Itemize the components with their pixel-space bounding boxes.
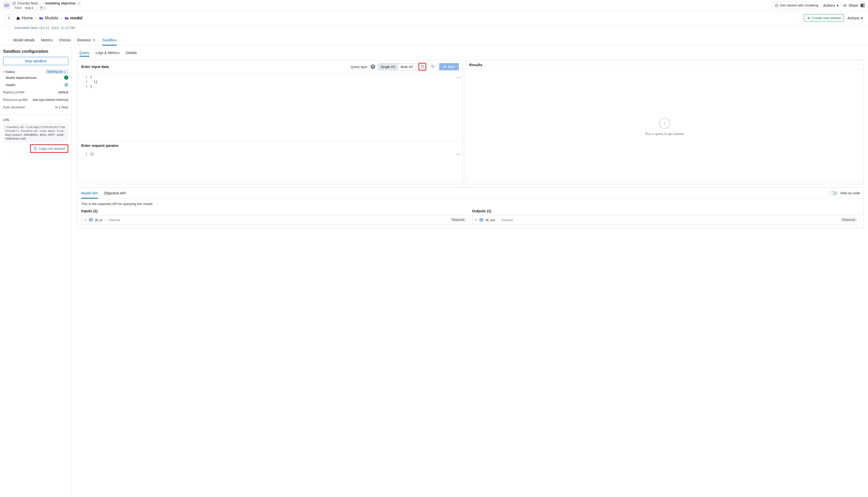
api-description: This is the expected API for querying th… <box>78 199 864 209</box>
tab-model-details[interactable]: Model details <box>13 35 35 45</box>
tab-reviews[interactable]: Reviews0 <box>77 35 96 45</box>
api-tab-objective[interactable]: Objective API <box>104 187 126 199</box>
breadcrumb-page[interactable]: modeling objective <box>45 1 75 5</box>
results-empty-text: Run a query to get started <box>645 132 684 136</box>
star-icon[interactable] <box>77 2 81 5</box>
spinner-icon <box>63 70 66 73</box>
view-as-code-label: View as code <box>840 191 860 195</box>
clipboard-icon <box>421 65 424 69</box>
svg-rect-17 <box>422 66 423 68</box>
svg-rect-6 <box>40 7 43 10</box>
svg-rect-12 <box>860 4 863 7</box>
reset-input-button[interactable] <box>429 63 437 71</box>
svg-text:?: ? <box>776 4 777 7</box>
svg-point-19 <box>664 122 665 122</box>
tab-sandbox[interactable]: Sandbox <box>102 35 116 45</box>
chevron-right-icon: › <box>61 16 62 20</box>
status-chip: Starting up <box>45 69 68 74</box>
chevron-down-icon: ▼ <box>475 218 478 221</box>
submitted-timestamp: Submitted Wed, Oct 11, 2023, 12:13 PM <box>0 26 89 30</box>
dataset-icon <box>89 218 93 222</box>
svg-point-11 <box>845 4 846 5</box>
input-item[interactable]: ▼ df_in • Dataset Required <box>81 215 469 225</box>
tab-metrics[interactable]: Metrics <box>41 35 53 45</box>
query-type-toggle[interactable]: Single I/O Multi I/O <box>378 63 416 70</box>
breadcrumb-models[interactable]: Models <box>39 16 58 20</box>
copy-curl-button[interactable]: Copy curl request <box>30 144 68 153</box>
replica-profile-label: Replica profile <box>3 90 24 94</box>
help-icon[interactable]: ? <box>371 65 375 69</box>
svg-rect-18 <box>422 65 423 66</box>
collapse-editor-icon[interactable]: — <box>457 152 460 156</box>
url-value[interactable]: /foundry-ml-live/api/inference/transform… <box>3 123 68 143</box>
svg-point-14 <box>64 71 66 73</box>
dependencies-label: Model dependencies <box>6 76 37 80</box>
content-tab-logs[interactable]: Logs & Metrics <box>96 51 120 56</box>
collapse-editor-icon[interactable]: — <box>457 75 460 79</box>
document-icon <box>12 2 16 5</box>
topbar-actions-menu[interactable]: Actions▾ <box>823 3 839 8</box>
panel-toggle-icon[interactable] <box>860 3 865 8</box>
status-section-toggle[interactable]: ▾Status Starting up <box>3 69 68 74</box>
api-tab-model[interactable]: Model API <box>81 187 98 199</box>
content-tab-details[interactable]: Details <box>126 51 137 56</box>
check-icon: ✓ <box>64 75 68 80</box>
undo-icon <box>431 65 435 69</box>
required-chip: Required <box>840 217 857 222</box>
required-chip: Required <box>450 217 467 222</box>
health-label: Health <box>6 83 15 87</box>
view-as-code-toggle[interactable] <box>830 191 838 195</box>
clipboard-icon <box>33 147 37 151</box>
auto-shutdown-value: in 1 hour <box>55 105 68 109</box>
refresh-icon[interactable] <box>64 83 68 87</box>
output-item[interactable]: ▼ df_out • Dataset Required <box>472 215 860 225</box>
auto-shutdown-label: Auto shutdown <box>3 105 25 109</box>
get-started-button[interactable]: ? Get started with modeling <box>772 2 821 9</box>
query-type-label: Query type: <box>351 65 368 69</box>
run-button[interactable]: Run <box>439 63 459 70</box>
resource-profile-label: Resource profile <box>3 98 28 102</box>
users-indicator[interactable]: 1 <box>39 6 47 10</box>
replica-profile-value: default <box>58 90 68 94</box>
chevron-right-icon: › <box>42 1 43 5</box>
copy-input-button[interactable] <box>418 63 426 71</box>
svg-rect-15 <box>35 148 36 150</box>
svg-rect-20 <box>664 123 665 125</box>
share-button[interactable]: Share <box>843 3 858 8</box>
info-icon <box>659 118 670 129</box>
svg-rect-13 <box>864 4 865 7</box>
toggle-single-io[interactable]: Single I/O <box>378 63 398 70</box>
content-tab-query[interactable]: Query <box>80 51 89 56</box>
breadcrumb-model: model <box>65 16 83 20</box>
input-code-editor[interactable]: 1 2 3 [ {} ] — <box>78 73 463 141</box>
page-actions-menu[interactable]: Actions▾ <box>848 16 863 20</box>
breadcrumb-module[interactable]: Foundry Mod… <box>18 1 41 5</box>
inputs-title: Inputs (1) <box>81 209 469 213</box>
dataset-icon <box>479 218 483 222</box>
sidebar-title: Sandbox configuration <box>3 49 68 54</box>
svg-point-1 <box>6 5 6 5</box>
svg-rect-21 <box>89 218 92 221</box>
chevron-down-icon: ▼ <box>84 218 87 221</box>
menu-help[interactable]: Help▾ <box>24 6 34 10</box>
back-button[interactable] <box>5 14 13 22</box>
svg-rect-26 <box>480 218 483 221</box>
app-icon[interactable] <box>3 2 10 9</box>
menu-file[interactable]: File▾ <box>13 6 23 10</box>
svg-rect-16 <box>35 147 36 148</box>
input-data-title: Enter input data <box>81 65 109 69</box>
tab-checks[interactable]: Checks <box>59 35 71 45</box>
chevron-right-icon: › <box>36 16 37 20</box>
results-title: Results <box>469 63 482 67</box>
svg-point-10 <box>843 4 844 5</box>
svg-rect-7 <box>41 7 42 8</box>
create-release-button[interactable]: Create new release <box>804 14 844 22</box>
url-label: URL <box>3 118 68 122</box>
outputs-title: Outputs (1) <box>472 209 860 213</box>
breadcrumb-home[interactable]: Home <box>16 16 33 20</box>
params-code-editor[interactable]: 1 {} — <box>78 150 463 181</box>
request-params-title: Enter request params <box>78 141 463 150</box>
toggle-multi-io[interactable]: Multi I/O <box>398 63 416 70</box>
stop-sandbox-button[interactable]: Stop sandbox <box>3 57 68 65</box>
play-icon <box>443 65 446 68</box>
